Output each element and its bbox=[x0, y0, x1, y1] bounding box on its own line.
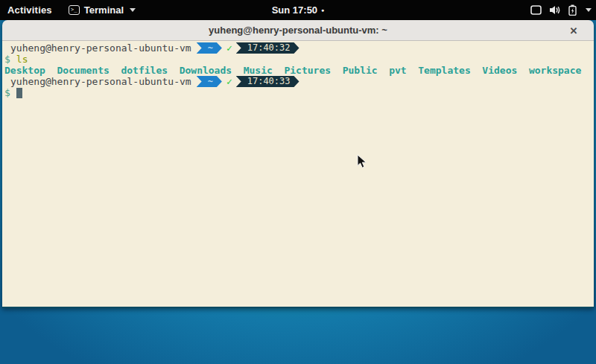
current-input-line[interactable]: $ bbox=[4, 87, 594, 98]
ls-output-line: Desktop Documents dotfiles Downloads Mus… bbox=[4, 65, 594, 76]
dir-item: dotfiles bbox=[121, 65, 168, 76]
app-menu-label: Terminal bbox=[84, 4, 124, 16]
terminal-cursor bbox=[16, 88, 22, 98]
chevron-down-icon bbox=[586, 8, 592, 12]
close-button[interactable]: ✕ bbox=[565, 20, 582, 41]
notification-dot-icon: ● bbox=[321, 7, 324, 13]
battery-charging-icon bbox=[568, 4, 577, 16]
prompt-cwd-segment: ~ bbox=[197, 42, 222, 54]
chevron-down-icon bbox=[130, 8, 136, 12]
dir-item: Downloads bbox=[180, 65, 232, 76]
prompt-line: yuheng@henry-personal-ubuntu-vm ~ ✓ 17:4… bbox=[4, 42, 594, 54]
terminal-window: yuheng@henry-personal-ubuntu-vm: ~ ✕ yuh… bbox=[2, 20, 594, 308]
checkmark-icon: ✓ bbox=[222, 42, 236, 54]
terminal-content[interactable]: yuheng@henry-personal-ubuntu-vm ~ ✓ 17:4… bbox=[2, 41, 594, 307]
dir-item: pvt bbox=[389, 65, 406, 76]
clock-label: Sun 17:50 bbox=[272, 4, 317, 16]
dir-item: Documents bbox=[57, 65, 109, 76]
dir-item: Videos bbox=[482, 65, 517, 76]
prompt-user: yuheng@henry-personal-ubuntu-vm bbox=[10, 76, 191, 87]
command-line: $ ls bbox=[4, 54, 594, 65]
prompt-line: yuheng@henry-personal-ubuntu-vm ~ ✓ 17:4… bbox=[4, 76, 594, 87]
dir-item: Templates bbox=[418, 65, 470, 76]
command-text: ls bbox=[16, 54, 28, 65]
window-title: yuheng@henry-personal-ubuntu-vm: ~ bbox=[209, 25, 387, 36]
activities-button[interactable]: Activities bbox=[0, 4, 63, 16]
app-menu-button[interactable]: >_ Terminal bbox=[63, 4, 142, 16]
screen-icon bbox=[530, 5, 542, 15]
system-status-area[interactable] bbox=[530, 0, 592, 20]
dir-item: Public bbox=[343, 65, 378, 76]
checkmark-icon: ✓ bbox=[222, 76, 236, 87]
prompt-time-segment: 17:40:32 bbox=[236, 42, 299, 54]
terminal-app-icon: >_ bbox=[69, 5, 80, 15]
window-titlebar[interactable]: yuheng@henry-personal-ubuntu-vm: ~ ✕ bbox=[2, 20, 594, 41]
prompt-user: yuheng@henry-personal-ubuntu-vm bbox=[10, 42, 191, 54]
prompt-symbol: $ bbox=[4, 87, 10, 98]
prompt-time-segment: 17:40:33 bbox=[236, 76, 299, 87]
dir-item: Desktop bbox=[4, 65, 45, 76]
top-bar: Activities >_ Terminal Sun 17:50 ● bbox=[0, 0, 596, 20]
dir-item: Pictures bbox=[284, 65, 331, 76]
dir-item: Music bbox=[244, 65, 273, 76]
volume-icon bbox=[549, 5, 561, 15]
prompt-cwd-segment: ~ bbox=[197, 76, 222, 87]
mouse-pointer-icon bbox=[357, 154, 367, 169]
prompt-symbol: $ bbox=[4, 54, 10, 65]
dir-item: workspace bbox=[529, 65, 581, 76]
